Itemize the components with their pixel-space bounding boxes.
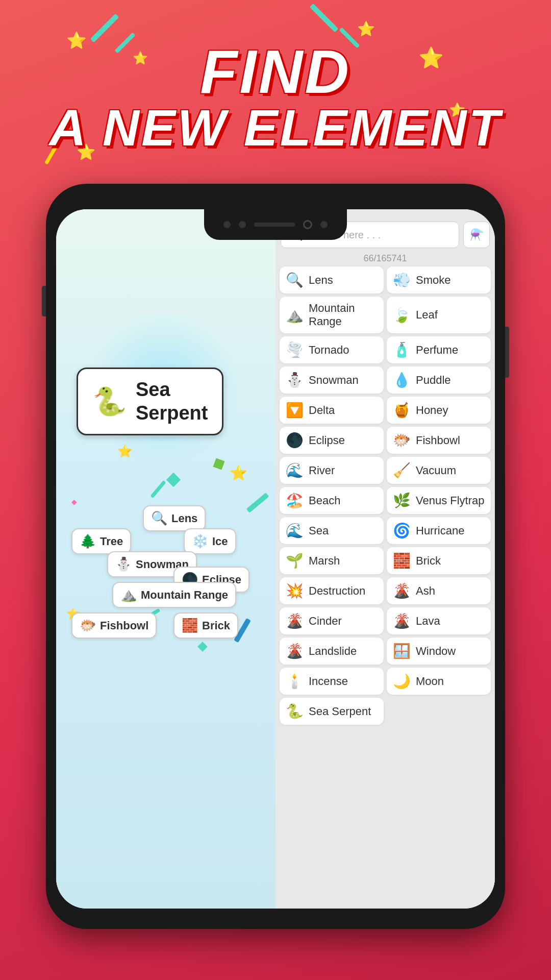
list-item-landslide[interactable]: 🌋Landslide: [280, 638, 384, 665]
elem-label-lens: Lens: [309, 274, 333, 287]
node-brick[interactable]: 🧱 Brick: [173, 612, 238, 639]
list-item-incense[interactable]: 🕯️Incense: [280, 668, 384, 695]
confetti-1: [166, 473, 181, 487]
node-mountain-icon: ⛰️: [120, 587, 137, 603]
list-item-lava[interactable]: 🌋Lava: [387, 607, 491, 634]
line-deco-3: [310, 4, 339, 33]
elem-icon-tornado: 🌪️: [286, 341, 304, 358]
elem-icon-perfume: 🧴: [393, 341, 411, 358]
elem-label-sea-serpent: Sea Serpent: [309, 705, 371, 718]
list-item-moon[interactable]: 🌙Moon: [387, 668, 491, 695]
list-item-eclipse[interactable]: 🌑Eclipse: [280, 427, 384, 454]
elem-icon-hurricane: 🌀: [393, 522, 411, 539]
elem-label-mountain-range: Mountain Range: [309, 302, 378, 328]
elem-icon-cinder: 🌋: [286, 612, 304, 629]
node-fishbowl-label: Fishbowl: [100, 619, 148, 632]
elem-icon-beach: 🏖️: [286, 492, 304, 509]
filter-button[interactable]: ⚗️: [463, 222, 490, 248]
elem-label-destruction: Destruction: [309, 584, 365, 598]
elem-icon-window: 🪟: [393, 643, 411, 659]
list-item-honey[interactable]: 🍯Honey: [387, 397, 491, 424]
elem-label-puddle: Puddle: [416, 374, 451, 387]
game-area[interactable]: 🐍 Sea Serpent ⭐ ⭐ ◆ ⭐ 🔍 Lens 🌲 Tree: [56, 209, 276, 909]
star-game-2: ⭐: [117, 444, 133, 458]
element-list: 🔍Lens💨Smoke⛰️Mountain Range🍃Leaf🌪️Tornad…: [276, 264, 495, 909]
elem-label-fishbowl: Fishbowl: [416, 434, 460, 447]
elem-icon-sea: 🌊: [286, 522, 304, 539]
elem-icon-destruction: 💥: [286, 582, 304, 599]
title-line1: FIND: [0, 41, 551, 102]
elem-label-leaf: Leaf: [416, 308, 438, 322]
list-item-fishbowl[interactable]: 🐡Fishbowl: [387, 427, 491, 454]
elem-icon-sea-serpent: 🐍: [286, 703, 304, 720]
sea-serpent-icon: 🐍: [92, 385, 127, 418]
elem-icon-incense: 🕯️: [286, 673, 304, 690]
list-item-hurricane[interactable]: 🌀Hurricane: [387, 517, 491, 544]
elem-label-cinder: Cinder: [309, 615, 342, 628]
list-item-sea[interactable]: 🌊Sea: [280, 517, 384, 544]
list-item-leaf[interactable]: 🍃Leaf: [387, 297, 491, 333]
elem-label-beach: Beach: [309, 494, 340, 507]
list-item-venus-flytrap[interactable]: 🌿Venus Flytrap: [387, 487, 491, 514]
elem-icon-marsh: 🌱: [286, 552, 304, 569]
phone-notch: [204, 209, 347, 240]
node-fishbowl-icon: 🐡: [80, 618, 96, 633]
list-item-ash[interactable]: 🌋Ash: [387, 577, 491, 604]
list-item-window[interactable]: 🪟Window: [387, 638, 491, 665]
elem-label-landslide: Landslide: [309, 645, 357, 658]
phone-frame: 🐍 Sea Serpent ⭐ ⭐ ◆ ⭐ 🔍 Lens 🌲 Tree: [46, 184, 505, 929]
elem-icon-brick: 🧱: [393, 552, 411, 569]
elem-icon-landslide: 🌋: [286, 643, 304, 659]
node-fishbowl[interactable]: 🐡 Fishbowl: [71, 612, 157, 639]
elem-label-ash: Ash: [416, 584, 435, 598]
diamond-deco: ◆: [71, 498, 77, 506]
elem-label-moon: Moon: [416, 675, 444, 688]
side-button-left: [42, 286, 46, 316]
list-item-sea-serpent[interactable]: 🐍Sea Serpent: [280, 698, 384, 725]
elem-label-window: Window: [416, 645, 456, 658]
list-item-perfume[interactable]: 🧴Perfume: [387, 336, 491, 363]
node-ice[interactable]: ❄️ Ice: [184, 528, 236, 554]
list-item-lens[interactable]: 🔍Lens: [280, 266, 384, 293]
count-label: 66/165741: [276, 253, 495, 264]
line-game-1: [150, 480, 166, 498]
elem-label-hurricane: Hurricane: [416, 524, 464, 537]
list-item-destruction[interactable]: 💥Destruction: [280, 577, 384, 604]
elem-icon-puddle: 💧: [393, 372, 411, 388]
node-lens[interactable]: 🔍 Lens: [143, 505, 206, 531]
list-item-cinder[interactable]: 🌋Cinder: [280, 607, 384, 634]
list-item-brick[interactable]: 🧱Brick: [387, 547, 491, 574]
list-item-river[interactable]: 🌊River: [280, 457, 384, 484]
node-mountain[interactable]: ⛰️ Mountain Range: [112, 582, 236, 608]
elem-icon-river: 🌊: [286, 462, 304, 479]
list-item-puddle[interactable]: 💧Puddle: [387, 366, 491, 394]
list-item-beach[interactable]: 🏖️Beach: [280, 487, 384, 514]
list-item-mountain-range[interactable]: ⛰️Mountain Range: [280, 297, 384, 333]
title-line2: A NEW ELEMENT: [0, 102, 551, 153]
list-area: 🔍 Search here . . . ⚗️ 66/165741 🔍Lens💨S…: [276, 209, 495, 909]
sea-serpent-popup: 🐍 Sea Serpent: [77, 368, 223, 435]
elem-icon-mountain-range: ⛰️: [286, 307, 304, 324]
list-item-vacuum[interactable]: 🧹Vacuum: [387, 457, 491, 484]
elem-label-delta: Delta: [309, 404, 335, 417]
elem-label-incense: Incense: [309, 675, 348, 688]
elem-icon-ash: 🌋: [393, 582, 411, 599]
elem-icon-vacuum: 🧹: [393, 462, 411, 479]
elem-label-snowman: Snowman: [309, 374, 359, 387]
list-item-smoke[interactable]: 💨Smoke: [387, 266, 491, 293]
list-item-tornado[interactable]: 🌪️Tornado: [280, 336, 384, 363]
node-tree[interactable]: 🌲 Tree: [71, 528, 131, 554]
list-item-marsh[interactable]: 🌱Marsh: [280, 547, 384, 574]
list-item-delta[interactable]: 🔽Delta: [280, 397, 384, 424]
elem-label-perfume: Perfume: [416, 344, 458, 357]
node-brick-icon: 🧱: [182, 618, 198, 633]
elem-label-sea: Sea: [309, 524, 329, 537]
elem-label-smoke: Smoke: [416, 274, 450, 287]
elem-label-venus-flytrap: Venus Flytrap: [416, 494, 485, 507]
elem-label-river: River: [309, 464, 335, 477]
elem-icon-lava: 🌋: [393, 612, 411, 629]
node-tree-label: Tree: [100, 535, 123, 548]
confetti-2: [213, 458, 224, 470]
node-ice-label: Ice: [212, 535, 228, 548]
list-item-snowman[interactable]: ⛄Snowman: [280, 366, 384, 394]
